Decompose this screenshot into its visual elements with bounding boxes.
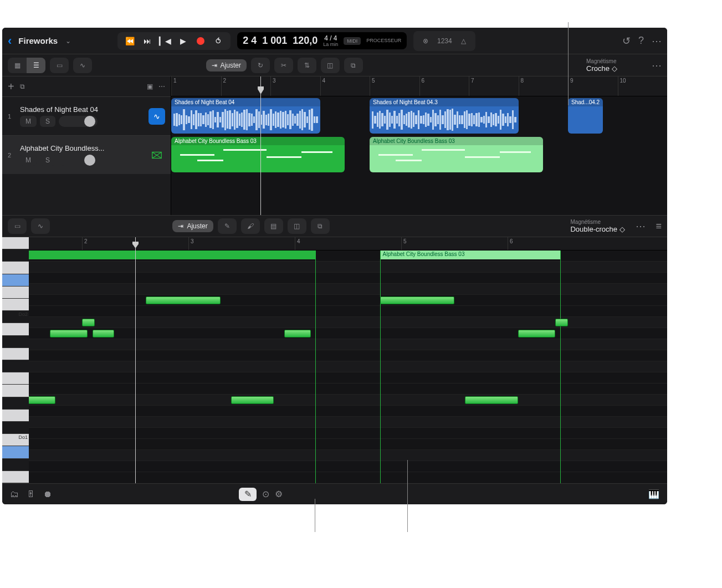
black-key[interactable] [2,397,29,410]
piano-keyboard[interactable]: Do2Do1 [2,237,29,483]
black-key[interactable] [2,274,29,287]
waveform-icon[interactable]: ∿ [149,108,165,125]
black-key[interactable] [2,249,29,262]
record-button[interactable] [194,34,207,48]
midi-note[interactable] [82,319,95,326]
volume-slider[interactable] [59,116,98,127]
back-button[interactable]: ‹ [8,34,12,48]
track-lane[interactable]: Shades of Night Beat 04Shades of Night B… [171,96,667,135]
automation-button[interactable]: ∿ [73,58,92,73]
midi-note[interactable] [465,396,518,404]
editor-copy-button[interactable]: ⧉ [311,218,330,234]
midi-note[interactable] [555,319,568,326]
instrument-icon[interactable] [149,147,165,163]
editor-automation-button[interactable]: ∿ [31,218,50,234]
scissors-tool-button[interactable]: ✂ [274,58,293,73]
automation-mode-button[interactable]: ⊙ [262,489,269,499]
black-key[interactable] [2,422,29,434]
loop-tool-button[interactable]: ↻ [251,58,270,73]
editor-marquee-button[interactable]: ◫ [288,218,306,234]
undo-button[interactable]: ↺ [622,35,631,47]
white-key[interactable] [2,287,29,299]
app-menu-button[interactable]: ⋯ [652,35,662,47]
piano-roll-ruler[interactable]: 23456 [29,237,667,250]
white-key[interactable] [2,262,29,274]
editor-snap-selector[interactable]: Magnétisme Double-croche ◇ [570,219,626,233]
single-track-button[interactable]: ▭ [50,58,69,73]
view-grid-button[interactable]: ▦ [8,58,27,73]
bar-ruler[interactable]: 12345678910 [171,76,667,96]
solo-button[interactable]: S [40,116,55,127]
white-key[interactable] [2,446,29,458]
count-in-button[interactable]: 1234 [437,33,452,49]
song-title[interactable]: Fireworks [18,36,58,45]
white-key[interactable] [2,323,29,335]
midi-note[interactable] [93,330,114,338]
white-key[interactable] [2,299,29,311]
keyboard-button[interactable]: 🎹 [648,489,659,499]
midi-note[interactable] [380,296,454,304]
brush-tool-button[interactable]: 🖌 [241,218,260,234]
tuner-button[interactable]: ⊗ [418,33,433,49]
pencil-tool-button[interactable]: ✎ [218,218,237,234]
editor-more-button[interactable]: ⋯ [636,220,646,232]
midi-note[interactable] [146,296,220,304]
solo-button[interactable]: S [40,155,55,166]
edit-mode-button[interactable]: ✎ [239,488,257,501]
editor-playhead[interactable] [135,237,136,483]
view-list-button[interactable]: ☰ [27,58,45,73]
black-key[interactable] [2,360,29,372]
editor-fit-button[interactable]: ⇥ Ajuster [172,220,213,232]
volume-slider[interactable] [59,155,98,166]
white-key[interactable] [2,372,29,385]
editor-region-button[interactable]: ▭ [8,218,27,234]
rewind-button[interactable]: ⏪ [123,34,136,48]
black-key[interactable] [2,336,29,348]
playhead[interactable] [260,76,261,215]
mixer-button[interactable]: 🎚 [27,489,35,499]
track-lane[interactable]: Alphabet City Boundless Bass 03Alphabet … [171,135,667,174]
editor-drag-handle[interactable]: ≡ [656,221,662,232]
add-track-button[interactable]: + [8,80,14,93]
track-header-1[interactable]: 1 Shades of Night Beat 04 M S ∿ [2,96,171,135]
metronome-button[interactable]: △ [455,33,471,49]
white-key[interactable] [2,237,29,249]
fit-button[interactable]: ⇥ Ajuster [206,59,247,71]
black-key[interactable] [2,459,29,471]
arrange-more-button[interactable]: ⋯ [652,59,662,71]
midi-note[interactable] [29,396,55,404]
midi-note[interactable] [284,330,311,338]
white-key[interactable] [2,385,29,397]
white-key[interactable] [2,471,29,483]
snap-selector[interactable]: Magnétisme Croche ◇ [586,58,642,73]
help-button[interactable]: ? [638,35,644,47]
white-key[interactable]: Do1 [2,434,29,446]
mute-button[interactable]: M [20,116,37,127]
duplicate-track-button[interactable]: ⧉ [20,83,25,90]
marquee-tool-button[interactable]: ◫ [321,58,340,73]
record-panel-button[interactable]: ⏺ [43,489,52,499]
join-tool-button[interactable]: ⇅ [298,58,316,73]
cycle-button[interactable]: ⥀ [212,34,225,48]
white-key[interactable] [2,348,29,360]
midi-note[interactable] [50,330,87,338]
lcd-display[interactable]: 2 4 1 001 120,0 4 / 4 La min MIDI PROCES… [237,32,407,49]
black-key[interactable]: Do2 [2,311,29,323]
audio-region[interactable]: Shades of Night Beat 04 [171,98,320,134]
play-button[interactable]: ▶ [176,34,190,48]
midi-note[interactable] [518,330,555,338]
go-to-start-button[interactable]: ▎◀ [158,34,172,48]
piano-roll-grid[interactable]: 23456 ess Bass 03Alphabet City Boundless… [29,237,667,483]
timeline[interactable]: 12345678910 Shades of Night Beat 04Shade… [171,76,667,215]
screen-tool-button[interactable]: ▤ [264,218,283,234]
forward-button[interactable]: ⏭ [141,34,154,48]
copy-tool-button[interactable]: ⧉ [344,58,363,73]
audio-region[interactable]: Shad...04.2 [568,98,603,134]
midi-region[interactable]: Alphabet City Boundless Bass 03 [370,137,543,172]
song-menu-chevron-icon[interactable]: ⌄ [65,37,71,45]
track-folder-button[interactable]: ▣ [147,83,153,90]
track-header-2[interactable]: 2 Alphabet City Boundless... M S [2,135,171,174]
mute-button[interactable]: M [20,155,37,166]
controls-button[interactable]: ⚙ [275,489,283,499]
white-key[interactable] [2,410,29,422]
